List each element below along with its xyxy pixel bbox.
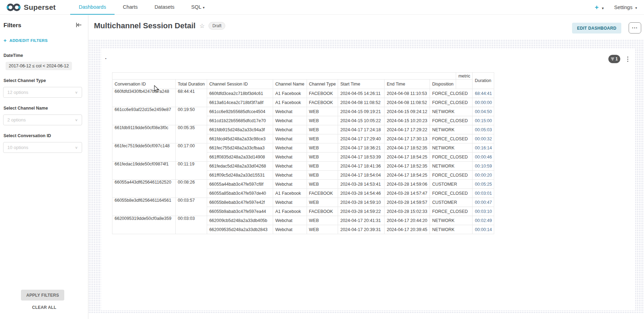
more-options-button[interactable]: ··· xyxy=(629,22,641,34)
column-header-total-duration[interactable]: Total Duration xyxy=(176,80,207,89)
cell-disposition: FORCE_CLOSED xyxy=(430,207,473,216)
column-header-channel-session-id[interactable]: Channel Session ID xyxy=(207,80,273,89)
chart-card: . 1 metricDurationConversation IDTotal D… xyxy=(101,49,635,311)
settings-label: Settings xyxy=(614,5,632,10)
cell-start-time: 2024-04-05 14:26:11 xyxy=(338,89,385,98)
cell-channel-type: WEB xyxy=(307,162,338,171)
add-edit-filters-label: ADD/EDIT FILTERS xyxy=(9,38,47,43)
cell-session-id: 66055b9abab3c47fe597ea44 xyxy=(207,207,273,216)
cell-conversation-id: 661fdb9119dde50cf08e3f0c xyxy=(112,125,176,143)
settings-menu[interactable]: Settings ▾ xyxy=(614,5,637,10)
cell-channel-name: Webchat xyxy=(273,134,307,143)
infinity-logo-icon xyxy=(6,3,21,12)
nav-item-sql[interactable]: SQL▾ xyxy=(183,0,213,15)
datetime-filter-chip: 2017-06-12 ≤ col < 2024-06-12 xyxy=(6,62,72,70)
column-header-disposition[interactable]: Disposition xyxy=(430,80,456,89)
select-placeholder: 2 options xyxy=(7,117,26,123)
cell-start-time: 2024-04-15 09:19:21 xyxy=(338,107,385,116)
chart-title: . xyxy=(105,54,107,60)
nav-item-dashboards[interactable]: Dashboards xyxy=(70,0,114,15)
cell-start-time: 2024-04-08 11:08:52 xyxy=(338,98,385,107)
cell-total-duration: 00:03:03 xyxy=(176,216,207,234)
cell-disposition: FORCE_CLOSED xyxy=(430,116,473,125)
table-row: 661fdb9119dde50cf08e3f0c00:05:35661fdb91… xyxy=(112,125,494,134)
cell-end-time: 2024-04-15 10:20:23 xyxy=(385,116,430,125)
cell-start-time: 2024-03-28 14:53:41 xyxy=(338,180,385,189)
header-row-columns: Conversation IDTotal DurationChannel Ses… xyxy=(112,80,494,89)
column-header-channel-type[interactable]: Channel Type xyxy=(307,80,338,89)
clear-all-button[interactable]: CLEAR ALL xyxy=(0,305,88,310)
cell-disposition: FORCE_CLOSED xyxy=(430,134,473,143)
edit-dashboard-button[interactable]: EDIT DASHBOARD xyxy=(572,23,621,34)
cell-duration: 00:03:01 xyxy=(473,189,494,198)
select-placeholder: 10 options xyxy=(7,145,28,150)
top-navbar: Superset DashboardsChartsDatasetsSQL▾ + … xyxy=(0,0,644,15)
column-header-conversation-id[interactable]: Conversation ID xyxy=(112,80,176,89)
caret-down-icon: ▾ xyxy=(203,6,205,9)
plus-icon: + xyxy=(595,3,599,11)
cell-start-time: 2024-04-17 18:41:36 xyxy=(338,162,385,171)
cell-session-id: 66055a85bab3c47fe597de40 xyxy=(207,189,273,198)
cell-end-time: 2024-03-28 15:02:33 xyxy=(385,207,430,216)
new-item-button[interactable]: + ▾ xyxy=(595,3,603,11)
cell-channel-type: WEB xyxy=(307,198,338,207)
cell-channel-type: WEB xyxy=(307,171,338,180)
cell-channel-name: Webchat xyxy=(273,143,307,153)
filter-label: Select Conversation ID xyxy=(3,133,88,138)
cell-channel-name: Webchat xyxy=(273,225,307,234)
cell-session-id: 6613a614cea2c718bf3f7a8f xyxy=(207,98,273,107)
cell-duration: 00:03:10 xyxy=(473,207,494,216)
cell-conversation-id: 661cc6e93af22d15e2459e87 xyxy=(112,107,176,125)
cell-start-time: 2024-04-17 18:53:39 xyxy=(338,153,385,162)
cell-disposition: FORCE_CLOSED xyxy=(430,98,473,107)
cell-duration: 00:00:46 xyxy=(473,153,494,162)
add-edit-filters-button[interactable]: + ADD/EDIT FILTERS xyxy=(3,37,88,43)
cell-channel-name: A1 Facebook xyxy=(273,98,307,107)
collapse-panel-icon[interactable] xyxy=(76,22,82,29)
cell-duration: 00:02:49 xyxy=(473,216,494,225)
filter-label: Select Channel Name xyxy=(3,106,88,111)
plus-icon: + xyxy=(3,37,7,43)
cell-disposition: NETWORK xyxy=(430,107,473,116)
cell-channel-type: WEB xyxy=(307,143,338,153)
cell-start-time: 2024-04-17 20:39:31 xyxy=(338,225,385,234)
filters-sidebar: Filters + ADD/EDIT FILTERS DateTime2017-… xyxy=(0,15,88,319)
cell-disposition: NETWORK xyxy=(430,162,473,171)
column-header-end-time[interactable]: End Time xyxy=(385,80,430,89)
cell-channel-name: Webchat xyxy=(273,198,307,207)
cell-total-duration: 00:03:57 xyxy=(176,198,207,216)
cell-session-id: 661fedac5d248a2a33d04268 xyxy=(207,162,273,171)
cell-session-id: 661fdcd45d248a2a33c98ce3 xyxy=(207,134,273,143)
nav-item-charts[interactable]: Charts xyxy=(115,0,146,15)
cell-end-time: 2024-04-08 11:10:53 xyxy=(385,89,430,98)
cell-total-duration: 00:05:35 xyxy=(176,125,207,143)
brand-name: Superset xyxy=(24,3,56,12)
chevron-down-icon: ∨ xyxy=(75,146,78,149)
status-badge: Draft xyxy=(208,22,225,30)
filter-select-select-channel-name[interactable]: 2 options∨ xyxy=(3,114,82,125)
nav-item-datasets[interactable]: Datasets xyxy=(146,0,183,15)
table-row: 661fedac19dde50cf09874f100:11:19661fedac… xyxy=(112,162,494,171)
cell-total-duration: 00:11:19 xyxy=(176,162,207,180)
cell-end-time: 2024-04-15 09:24:12 xyxy=(385,107,430,116)
cell-end-time: 2024-04-17 17:29:22 xyxy=(385,125,430,134)
superset-logo[interactable]: Superset xyxy=(0,3,56,12)
filter-select-select-conversation-id[interactable]: 10 options∨ xyxy=(3,142,82,153)
cell-conversation-id: 661fec7519dde50cf097c148 xyxy=(112,143,176,162)
table-row: 6620095319dde50cf0a8e35900:03:03662009cb… xyxy=(112,216,494,225)
cell-session-id: 662009cb5d248a2a33db405b xyxy=(207,216,273,225)
favorite-star-icon[interactable]: ☆ xyxy=(199,22,205,30)
chart-kebab-menu-icon[interactable] xyxy=(625,54,630,64)
applied-filters-pill[interactable]: 1 xyxy=(608,55,620,63)
filter-block-datetime: DateTime2017-06-12 ≤ col < 2024-06-12 xyxy=(0,53,88,70)
column-header-channel-name[interactable]: Channel Name xyxy=(273,80,307,89)
column-header-start-time[interactable]: Start Time xyxy=(338,80,385,89)
table-row: 66055a443df625646116252000:08:2666055a44… xyxy=(112,180,494,189)
cell-channel-type: WEB xyxy=(307,134,338,143)
apply-filters-button[interactable]: APPLY FILTERS xyxy=(21,290,64,301)
column-header-duration[interactable]: Duration xyxy=(473,73,494,89)
filter-select-select-channel-type[interactable]: 12 options∨ xyxy=(3,87,82,98)
cell-end-time: 2024-04-17 17:30:13 xyxy=(385,134,430,143)
cell-channel-name: A1 Facebook xyxy=(273,207,307,216)
cell-channel-type: FACEBOOK xyxy=(307,89,338,98)
